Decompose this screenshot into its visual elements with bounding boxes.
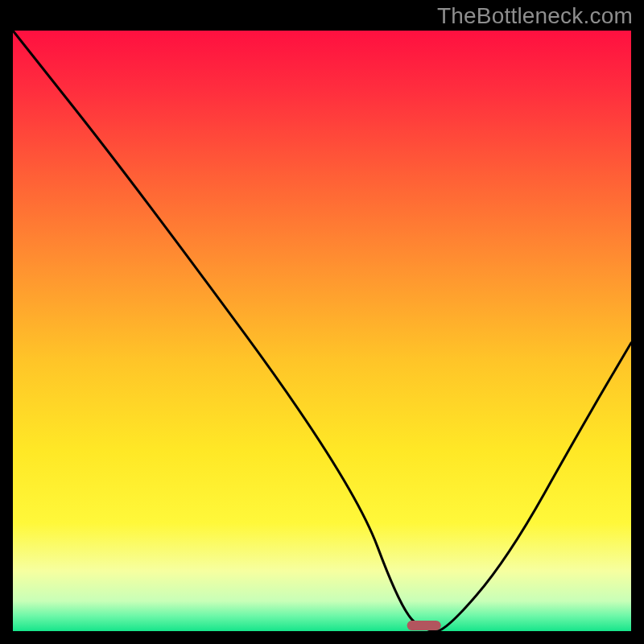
- watermark-text: TheBottleneck.com: [437, 3, 633, 29]
- chart-frame: TheBottleneck.com: [0, 0, 644, 644]
- gradient-background: [13, 31, 631, 631]
- plot-area: [13, 31, 631, 631]
- optimal-marker: [407, 621, 441, 630]
- bottleneck-chart: [13, 31, 631, 631]
